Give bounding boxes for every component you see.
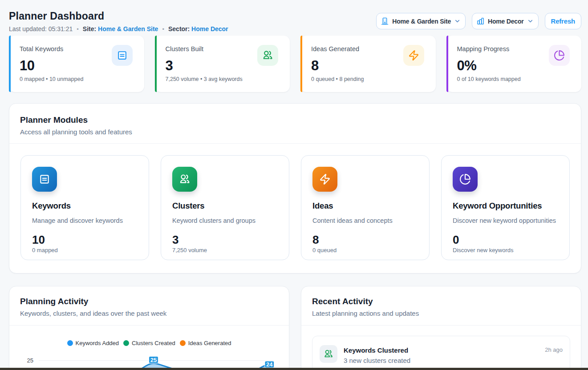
svg-text:24: 24 bbox=[266, 361, 273, 368]
svg-text:25: 25 bbox=[27, 357, 33, 364]
svg-text:25: 25 bbox=[150, 357, 157, 363]
